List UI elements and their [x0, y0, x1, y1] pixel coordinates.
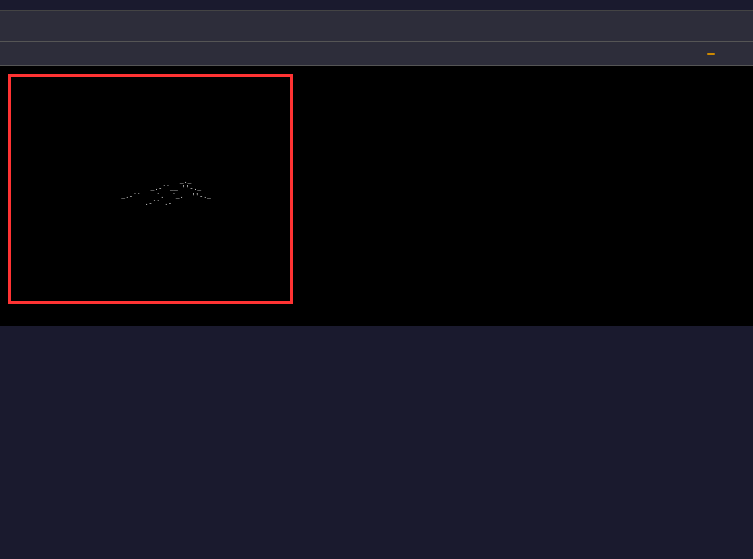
- terminal: _._ _.-``__ ''-._ _.-`` `. `_. ''-._ .-`…: [0, 66, 753, 326]
- code-section: [0, 0, 753, 10]
- redis-art-box: _._ _.-``__ ''-._ _.-`` `. `_. ''-._ .-`…: [8, 74, 293, 304]
- ssh-badge: [707, 53, 715, 55]
- status-right: [707, 53, 745, 55]
- statusbar: [0, 42, 753, 66]
- toolbar: [0, 10, 753, 42]
- redis-ascii-art: _._ _.-``__ ''-._ _.-`` `. `_. ''-._ .-`…: [90, 171, 211, 207]
